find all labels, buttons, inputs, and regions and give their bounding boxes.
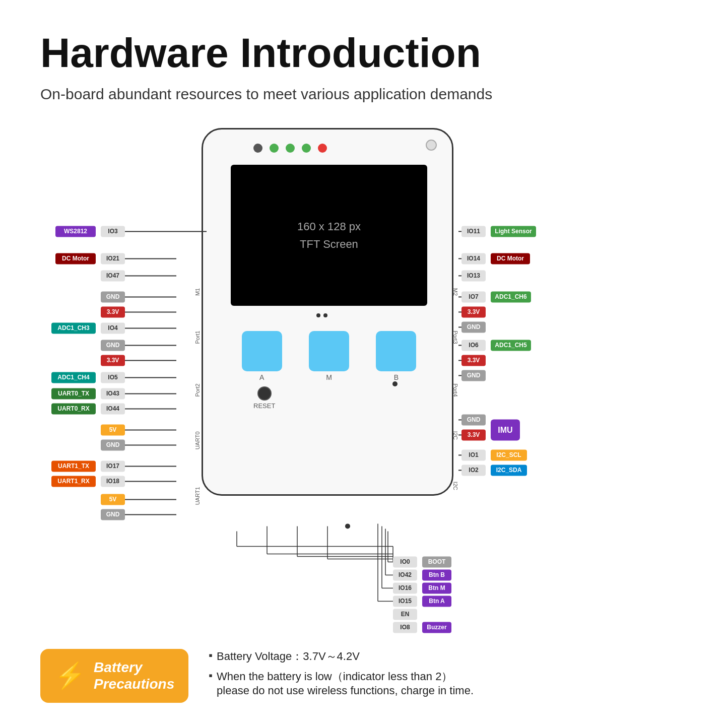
svg-rect-49 bbox=[461, 271, 486, 282]
svg-rect-21 bbox=[101, 372, 125, 383]
svg-rect-29 bbox=[101, 425, 125, 436]
bullet-1: ▪ bbox=[209, 649, 213, 662]
screen-label: 160 x 128 pxTFT Screen bbox=[297, 218, 361, 253]
svg-rect-71 bbox=[491, 450, 527, 461]
btnb-label: Btn B bbox=[429, 572, 445, 579]
svg-rect-5 bbox=[101, 253, 125, 264]
3v3-2-label: 3.3V bbox=[107, 357, 119, 364]
svg-rect-56 bbox=[461, 322, 486, 333]
io8-label: IO8 bbox=[400, 624, 410, 631]
dcmotor-right-label: DC Motor bbox=[497, 255, 524, 262]
sensor-circle bbox=[426, 140, 437, 151]
device-body: 160 x 128 pxTFT Screen A M B bbox=[202, 128, 453, 496]
svg-rect-41 bbox=[101, 509, 125, 520]
btnm-label: Btn M bbox=[428, 585, 445, 592]
i2cscl-label: I2C_SCL bbox=[496, 452, 521, 459]
svg-rect-86 bbox=[393, 557, 417, 568]
io4-label: IO4 bbox=[108, 325, 118, 332]
3v3-r3-label: 3.3V bbox=[468, 432, 480, 439]
uart0tx-label: UART0_TX bbox=[58, 390, 89, 398]
port-m1-label: M1 bbox=[194, 288, 201, 296]
5v2-label: 5V bbox=[109, 496, 117, 503]
led-row bbox=[253, 144, 327, 153]
battery-icon: ⚡ bbox=[54, 661, 86, 690]
adc1ch3-label: ADC1_CH3 bbox=[57, 325, 90, 332]
subtitle: On-board abundant resources to meet vari… bbox=[40, 86, 492, 103]
led-green-3 bbox=[302, 144, 311, 153]
io14-label: IO14 bbox=[467, 255, 480, 262]
io44-label: IO44 bbox=[106, 406, 119, 413]
io18-label: IO18 bbox=[106, 478, 119, 485]
svg-rect-51 bbox=[461, 292, 486, 303]
gnd4-label: GND bbox=[106, 511, 120, 518]
svg-rect-14 bbox=[101, 323, 125, 334]
battery-section: ⚡ Battery Precautions ▪ Battery Voltage：… bbox=[40, 649, 688, 703]
svg-rect-43 bbox=[461, 226, 486, 237]
io2-label: IO2 bbox=[469, 467, 479, 474]
svg-rect-65 bbox=[461, 415, 486, 426]
port-i2c2-label: I2C bbox=[452, 482, 458, 490]
io16-label: IO16 bbox=[399, 585, 412, 592]
svg-rect-95 bbox=[393, 622, 417, 633]
svg-rect-39 bbox=[101, 494, 125, 505]
battery-note-1: ▪ Battery Voltage：3.7V～4.2V bbox=[209, 649, 474, 664]
btn-b[interactable] bbox=[376, 331, 416, 371]
buzzer-label: Buzzer bbox=[427, 624, 447, 631]
svg-rect-74 bbox=[491, 465, 527, 476]
btn-m[interactable] bbox=[309, 331, 349, 371]
io3-label: IO3 bbox=[108, 228, 118, 235]
uart1rx-label: UART1_RX bbox=[57, 478, 89, 485]
svg-rect-67 bbox=[461, 430, 486, 441]
svg-rect-1 bbox=[55, 226, 96, 237]
svg-rect-93 bbox=[422, 596, 451, 607]
adc1ch6-label: ADC1_CH6 bbox=[495, 294, 527, 301]
imu-label: IMU bbox=[498, 426, 512, 435]
svg-rect-37 bbox=[101, 476, 125, 487]
port-uart0-label: UART0 bbox=[194, 432, 201, 450]
battery-title: Battery Precautions bbox=[94, 659, 174, 693]
svg-rect-61 bbox=[461, 355, 486, 366]
en-label: EN bbox=[401, 611, 410, 618]
lightsensor-label: Light Sensor bbox=[495, 228, 532, 235]
btn-b-label: B bbox=[394, 373, 399, 381]
btn-a[interactable] bbox=[242, 331, 282, 371]
io47-label: IO47 bbox=[106, 273, 119, 280]
3v3-r2-label: 3.3V bbox=[468, 357, 480, 364]
uart1tx-label: UART1_TX bbox=[58, 463, 89, 470]
svg-rect-11 bbox=[101, 307, 125, 318]
svg-point-85 bbox=[345, 524, 350, 529]
led-green-2 bbox=[286, 144, 295, 153]
svg-rect-33 bbox=[51, 461, 96, 472]
i2csda-label: I2C_SDA bbox=[496, 467, 522, 474]
btn-a-label: A bbox=[259, 373, 264, 381]
gnd3-label: GND bbox=[106, 442, 120, 449]
adc1ch5-label: ADC1_CH5 bbox=[495, 342, 527, 349]
gnd-r3-label: GND bbox=[467, 417, 481, 424]
page-container: Hardware Introduction On-board abundant … bbox=[0, 0, 728, 728]
svg-rect-36 bbox=[51, 476, 96, 487]
led-red bbox=[318, 144, 327, 153]
5v1-label: 5V bbox=[109, 427, 117, 434]
battery-note-1-text: Battery Voltage：3.7V～4.2V bbox=[217, 649, 360, 664]
btn-b-group: B bbox=[376, 331, 416, 381]
port-uart1-label: UART1 bbox=[194, 487, 201, 505]
svg-rect-52 bbox=[491, 292, 531, 303]
svg-rect-44 bbox=[491, 226, 536, 237]
reset-button-group: RESET bbox=[253, 386, 275, 410]
svg-rect-88 bbox=[393, 570, 417, 581]
b-connector-dot bbox=[392, 381, 398, 386]
svg-rect-46 bbox=[461, 253, 486, 264]
svg-rect-54 bbox=[461, 307, 486, 318]
svg-rect-59 bbox=[491, 340, 531, 351]
uart0rx-label: UART0_RX bbox=[57, 406, 89, 413]
reset-circle[interactable] bbox=[257, 386, 272, 401]
svg-rect-58 bbox=[461, 340, 486, 351]
svg-rect-7 bbox=[101, 271, 125, 282]
reset-label: RESET bbox=[253, 402, 275, 410]
svg-rect-16 bbox=[101, 340, 125, 351]
gnd1-label: GND bbox=[106, 294, 120, 301]
svg-rect-96 bbox=[422, 622, 451, 633]
io13-label: IO13 bbox=[467, 273, 480, 280]
gnd2-label: GND bbox=[106, 342, 120, 349]
ws2812-label: WS2812 bbox=[64, 228, 87, 235]
